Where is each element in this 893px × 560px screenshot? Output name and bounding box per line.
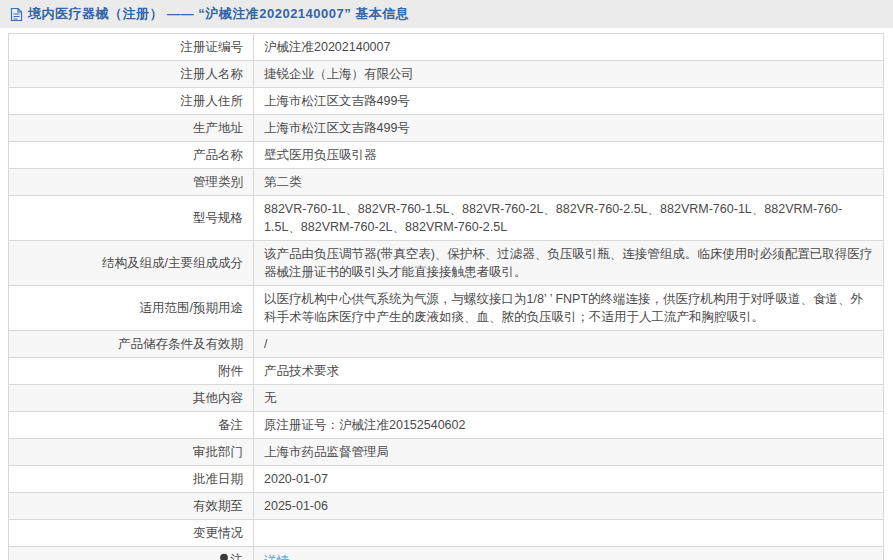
row-label: 适用范围/预期用途 xyxy=(9,286,254,331)
row-value: 产品技术要求 xyxy=(254,358,884,385)
row-label-text: 型号规格 xyxy=(193,211,243,225)
row-label-text: 生产地址 xyxy=(193,121,243,135)
row-label-text: 变更情况 xyxy=(193,526,243,540)
row-label: 有效期至 xyxy=(9,493,254,520)
table-row: 变更情况 xyxy=(9,520,884,547)
row-label: 注册证编号 xyxy=(9,34,254,61)
row-label: 管理类别 xyxy=(9,169,254,196)
table-row: 管理类别第二类 xyxy=(9,169,884,196)
row-label-text: 注册人名称 xyxy=(181,67,244,81)
row-label: 其他内容 xyxy=(9,385,254,412)
table-row: 结构及组成/主要组成成分该产品由负压调节器(带真空表)、保护杯、过滤器、负压吸引… xyxy=(9,241,884,286)
table-row: 注册证编号沪械注准20202140007 xyxy=(9,34,884,61)
row-value: 上海市松江区文吉路499号 xyxy=(254,115,884,142)
row-value: 上海市药品监督管理局 xyxy=(254,439,884,466)
row-label-text: 附件 xyxy=(218,364,243,378)
row-label-text: 适用范围/预期用途 xyxy=(140,301,243,315)
page-header: 境内医疗器械（注册） —— “沪械注准20202140007” 基本信息 xyxy=(0,0,893,28)
row-value: 无 xyxy=(254,385,884,412)
bulb-icon xyxy=(219,553,229,560)
row-label: 审批部门 xyxy=(9,439,254,466)
table-row: 适用范围/预期用途以医疗机构中心供气系统为气源，与螺纹接口为1/8’ ’ FNP… xyxy=(9,286,884,331)
row-label: 注册人名称 xyxy=(9,61,254,88)
table-row: 附件产品技术要求 xyxy=(9,358,884,385)
row-label: 批准日期 xyxy=(9,466,254,493)
table-row: 其他内容无 xyxy=(9,385,884,412)
row-label-text: 审批部门 xyxy=(193,445,243,459)
row-label-text: 注册证编号 xyxy=(181,40,244,54)
row-label-text: 其他内容 xyxy=(193,391,243,405)
table-row: 型号规格882VR-760-1L、882VR-760-1.5L、882VR-76… xyxy=(9,196,884,241)
page-title: 境内医疗器械（注册） —— “沪械注准20202140007” 基本信息 xyxy=(28,5,409,23)
row-label: 注 xyxy=(9,547,254,560)
row-label: 结构及组成/主要组成成分 xyxy=(9,241,254,286)
row-label-text: 注册人住所 xyxy=(181,94,244,108)
table-row: 审批部门上海市药品监督管理局 xyxy=(9,439,884,466)
row-label-text: 产品名称 xyxy=(193,148,243,162)
table-row: 注册人名称捷锐企业（上海）有限公司 xyxy=(9,61,884,88)
document-icon xyxy=(10,7,23,22)
row-label: 型号规格 xyxy=(9,196,254,241)
row-label: 注册人住所 xyxy=(9,88,254,115)
detail-link[interactable]: 详情 xyxy=(264,554,289,560)
row-label-text: 备注 xyxy=(218,418,243,432)
row-value: 上海市松江区文吉路499号 xyxy=(254,88,884,115)
row-value: 2020-01-07 xyxy=(254,466,884,493)
table-row: 注册人住所上海市松江区文吉路499号 xyxy=(9,88,884,115)
row-label-text: 产品储存条件及有效期 xyxy=(118,337,243,351)
row-value: 以医疗机构中心供气系统为气源，与螺纹接口为1/8’ ’ FNPT的终端连接，供医… xyxy=(254,286,884,331)
row-label: 变更情况 xyxy=(9,520,254,547)
table-row: 产品储存条件及有效期/ xyxy=(9,331,884,358)
row-value: 2025-01-06 xyxy=(254,493,884,520)
row-value: 该产品由负压调节器(带真空表)、保护杯、过滤器、负压吸引瓶、连接管组成。临床使用… xyxy=(254,241,884,286)
row-value: 沪械注准20202140007 xyxy=(254,34,884,61)
row-value: 882VR-760-1L、882VR-760-1.5L、882VR-760-2L… xyxy=(254,196,884,241)
row-label-text: 结构及组成/主要组成成分 xyxy=(102,256,243,270)
table-row: 有效期至2025-01-06 xyxy=(9,493,884,520)
row-value: 原注册证号：沪械注准20152540602 xyxy=(254,412,884,439)
row-label: 生产地址 xyxy=(9,115,254,142)
row-value xyxy=(254,520,884,547)
registration-info-table: 注册证编号沪械注准20202140007注册人名称捷锐企业（上海）有限公司注册人… xyxy=(8,33,884,560)
row-label-text: 注 xyxy=(231,553,244,560)
row-label-text: 批准日期 xyxy=(193,472,243,486)
table-row: 产品名称壁式医用负压吸引器 xyxy=(9,142,884,169)
row-label-text: 管理类别 xyxy=(193,175,243,189)
row-value: 壁式医用负压吸引器 xyxy=(254,142,884,169)
table-row: 备注原注册证号：沪械注准20152540602 xyxy=(9,412,884,439)
table-row: 批准日期2020-01-07 xyxy=(9,466,884,493)
row-label: 备注 xyxy=(9,412,254,439)
row-value: / xyxy=(254,331,884,358)
info-table-body: 注册证编号沪械注准20202140007注册人名称捷锐企业（上海）有限公司注册人… xyxy=(9,34,884,560)
row-label: 附件 xyxy=(9,358,254,385)
row-label: 产品名称 xyxy=(9,142,254,169)
row-value: 捷锐企业（上海）有限公司 xyxy=(254,61,884,88)
row-value: 第二类 xyxy=(254,169,884,196)
row-value: 详情 xyxy=(254,547,884,560)
row-label: 产品储存条件及有效期 xyxy=(9,331,254,358)
table-row: 注详情 xyxy=(9,547,884,560)
row-label-text: 有效期至 xyxy=(193,499,243,513)
table-row: 生产地址上海市松江区文吉路499号 xyxy=(9,115,884,142)
